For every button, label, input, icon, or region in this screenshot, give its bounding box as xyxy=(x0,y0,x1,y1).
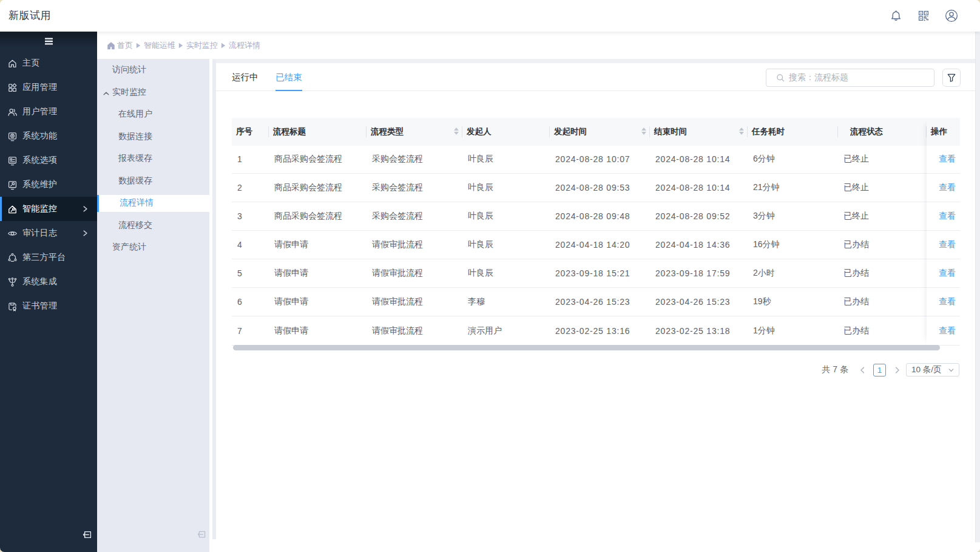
sort-icon[interactable] xyxy=(454,128,459,135)
sidebar-item-label: 第三方平台 xyxy=(22,252,66,263)
sidebar-item-icon xyxy=(7,83,18,93)
search-placeholder: 搜索：流程标题 xyxy=(789,72,848,83)
submenu-item[interactable]: 流程移交 xyxy=(97,214,209,237)
table-header-row: 序号 流程标题 流程类型 发起人 发起时间 结束时间 任务耗时 流程状态 xyxy=(232,118,960,146)
cell-status: 已办结 xyxy=(838,316,927,345)
submenu-item[interactable]: 流程详情 xyxy=(97,192,209,214)
sidebar-item-icon xyxy=(7,155,18,166)
view-link[interactable]: 查看 xyxy=(939,154,956,163)
cell-end-time: 2024-08-28 09:52 xyxy=(650,202,748,230)
sidebar-item[interactable]: 系统维护 xyxy=(0,172,97,197)
cell-title: 请假申请 xyxy=(269,230,367,259)
table-row: 2 商品采购会签流程 采购会签流程 叶良辰 2024-08-28 09:53 2… xyxy=(232,173,960,202)
cell-title: 商品采购会签流程 xyxy=(269,202,367,230)
sidebar-item[interactable]: 审计日志 xyxy=(0,221,97,245)
view-link[interactable]: 查看 xyxy=(939,268,956,278)
sidebar-item[interactable]: 系统功能 xyxy=(0,124,97,148)
table-header-cell[interactable]: 序号 xyxy=(232,118,269,146)
cell-index: 6 xyxy=(232,288,269,316)
cell-index: 2 xyxy=(232,173,269,202)
sidebar-item-icon xyxy=(7,253,18,263)
page-number-button[interactable]: 1 xyxy=(873,364,886,377)
breadcrumb-item[interactable]: 实时监控 xyxy=(186,40,218,51)
table-header-cell[interactable]: 操作 xyxy=(927,118,960,146)
user-avatar-icon[interactable] xyxy=(945,9,958,22)
submenu-collapse-button[interactable] xyxy=(195,527,209,542)
table-row: 5 请假申请 请假审批流程 叶良辰 2023-09-18 15:21 2023-… xyxy=(232,259,960,288)
tab-finished[interactable]: 已结束 xyxy=(275,63,302,91)
submenu-item[interactable]: 报表缓存 xyxy=(97,148,209,170)
sidebar-item[interactable]: 主页 xyxy=(0,51,97,75)
notification-bell-icon[interactable] xyxy=(889,9,902,22)
table-header-cell[interactable]: 流程类型 xyxy=(367,118,462,146)
sidebar-item[interactable]: 系统选项 xyxy=(0,148,97,172)
table-header-cell[interactable]: 流程状态 xyxy=(838,118,927,146)
content-card: 运行中 已结束 搜索：流程标题 序号 流程标题 流程类型 xyxy=(216,63,975,552)
submenu-item[interactable]: 在线用户 xyxy=(97,103,209,126)
view-link[interactable]: 查看 xyxy=(939,325,956,335)
sidebar-item[interactable]: 证书管理 xyxy=(0,294,97,318)
sidebar-item-label: 智能监控 xyxy=(22,203,57,214)
horizontal-scrollbar-thumb[interactable] xyxy=(233,345,940,350)
filter-button[interactable] xyxy=(942,69,961,87)
submenu-item[interactable]: 资产统计 xyxy=(97,236,209,259)
main-scroll-rail[interactable] xyxy=(975,32,980,542)
table-header-cell[interactable]: 发起时间 xyxy=(550,118,650,146)
breadcrumb-home-icon[interactable] xyxy=(107,41,115,50)
sort-icon[interactable] xyxy=(641,128,646,135)
hamburger-icon xyxy=(45,38,53,45)
sort-icon[interactable] xyxy=(739,128,744,135)
cell-type: 请假审批流程 xyxy=(367,288,462,316)
tab-running[interactable]: 运行中 xyxy=(232,63,259,91)
breadcrumb-item[interactable]: 首页 xyxy=(117,40,133,51)
submenu-item[interactable]: 实时监控 xyxy=(97,81,209,104)
search-input[interactable]: 搜索：流程标题 xyxy=(766,69,934,87)
qr-code-icon[interactable] xyxy=(917,9,930,22)
table-header-cell[interactable]: 发起人 xyxy=(462,118,550,146)
sidebar-item-label: 证书管理 xyxy=(22,301,57,312)
cell-end-time: 2023-04-26 15:23 xyxy=(650,288,748,316)
next-page-button[interactable] xyxy=(892,365,902,375)
submenu-item[interactable]: 数据连接 xyxy=(97,126,209,148)
sidebar-item[interactable]: 用户管理 xyxy=(0,100,97,124)
sidebar-item-icon xyxy=(7,277,18,287)
cell-initiator: 叶良辰 xyxy=(462,230,550,259)
breadcrumb-item[interactable]: 智能运维 xyxy=(144,40,175,51)
sidebar-item-label: 审计日志 xyxy=(22,228,57,239)
sidebar-menu: 主页 应用管理 用户管理 系统功能 xyxy=(0,51,97,318)
table-header-cell[interactable]: 结束时间 xyxy=(650,118,748,146)
submenu-item-label: 流程详情 xyxy=(120,197,154,208)
cell-duration: 19秒 xyxy=(748,288,838,316)
table-header-cell[interactable]: 流程标题 xyxy=(269,118,367,146)
view-link[interactable]: 查看 xyxy=(939,211,956,220)
table-header-cell[interactable]: 任务耗时 xyxy=(748,118,838,146)
sidebar-item[interactable]: 系统集成 xyxy=(0,270,97,294)
submenu-item[interactable]: 数据缓存 xyxy=(97,170,209,193)
cell-type: 请假审批流程 xyxy=(367,316,462,345)
sidebar-item[interactable]: 第三方平台 xyxy=(0,245,97,270)
cell-index: 7 xyxy=(232,316,269,345)
sidebar-item-icon xyxy=(7,228,18,239)
sidebar-item-icon xyxy=(7,58,18,69)
sidebar-item[interactable]: 应用管理 xyxy=(0,75,97,100)
view-link[interactable]: 查看 xyxy=(939,296,956,306)
sidebar-item[interactable]: 智能监控 xyxy=(0,197,97,221)
cell-title: 请假申请 xyxy=(269,288,367,316)
prev-page-button[interactable] xyxy=(857,365,867,375)
sidebar-collapse-button[interactable] xyxy=(78,526,96,542)
sidebar-toggle-button[interactable] xyxy=(0,32,97,47)
page-size-select[interactable]: 10 条/页 xyxy=(906,363,959,377)
cell-type: 采购会签流程 xyxy=(367,146,462,173)
cell-start-time: 2024-08-28 10:07 xyxy=(550,146,650,173)
sidebar-item-label: 系统选项 xyxy=(22,155,57,166)
view-link[interactable]: 查看 xyxy=(939,182,956,192)
cell-start-time: 2024-04-18 14:20 xyxy=(550,230,650,259)
cell-duration: 21分钟 xyxy=(748,173,838,202)
sidebar-item-icon xyxy=(7,107,18,117)
cell-type: 请假审批流程 xyxy=(367,230,462,259)
submenu-item[interactable]: 访问统计 xyxy=(97,59,209,81)
app-title: 新版试用 xyxy=(8,9,51,22)
breadcrumb-item[interactable]: 流程详情 xyxy=(229,40,260,51)
view-link[interactable]: 查看 xyxy=(939,239,956,249)
cell-status: 已终止 xyxy=(838,202,927,230)
